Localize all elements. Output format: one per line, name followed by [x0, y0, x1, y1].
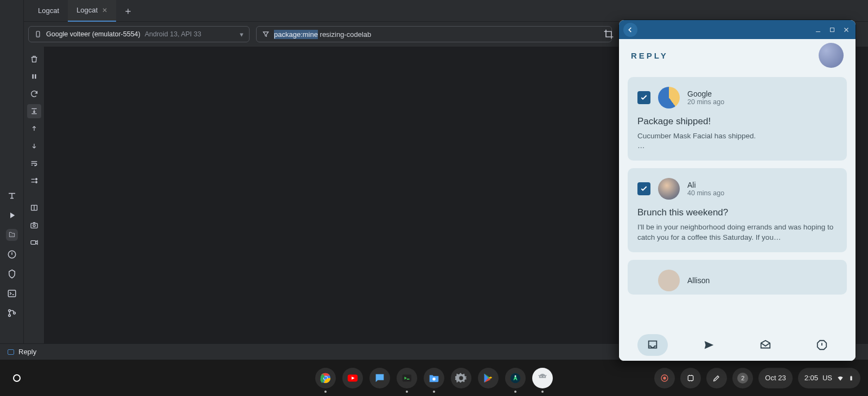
- emulator-back-button[interactable]: [623, 23, 637, 37]
- tab-label: Logcat: [76, 6, 98, 14]
- restart-log-icon[interactable]: [27, 87, 41, 101]
- svg-rect-3: [8, 290, 16, 297]
- next-occurrence-icon[interactable]: [27, 139, 41, 153]
- terminal-app-icon[interactable]: [397, 368, 417, 388]
- emulator-window: REPLY Google 20 mins ago Package shipped…: [618, 20, 856, 361]
- email-subject: Package shipped!: [637, 116, 837, 127]
- pause-log-icon[interactable]: [27, 69, 41, 84]
- keyboard-label: US: [822, 374, 832, 382]
- select-checkbox[interactable]: [637, 182, 650, 195]
- filter-rest: resizing-codelab: [318, 30, 371, 39]
- stop-recording-button[interactable]: [654, 368, 675, 388]
- problems-icon[interactable]: [6, 248, 18, 260]
- date-label: Oct 23: [765, 374, 786, 382]
- emulator-app-icon[interactable]: [532, 368, 553, 388]
- logcat-filter-input[interactable]: package:mine resizing-codelab: [256, 26, 612, 42]
- chrome-app-icon[interactable]: [315, 368, 336, 388]
- nav-inbox[interactable]: [637, 334, 668, 356]
- filter-highlight: package:mine: [274, 30, 318, 39]
- close-tab-icon[interactable]: ✕: [102, 7, 107, 14]
- settings-app-icon[interactable]: [451, 368, 471, 388]
- logcat-tool-icon[interactable]: [6, 229, 18, 241]
- tray-extension-icon[interactable]: [680, 368, 701, 388]
- svg-point-24: [540, 376, 541, 377]
- svg-point-1: [12, 235, 13, 235]
- vcs-tool-icon[interactable]: [6, 307, 18, 319]
- filter-icon: [262, 30, 270, 38]
- system-tray: 2 Oct 23 2:05 US: [654, 368, 860, 388]
- svg-rect-13: [31, 223, 37, 228]
- screenshot-crop-icon[interactable]: [603, 29, 614, 40]
- android-studio-app-icon[interactable]: [505, 368, 526, 388]
- app-quality-icon[interactable]: [6, 268, 18, 280]
- app-header: REPLY: [619, 39, 856, 72]
- svg-point-0: [10, 235, 11, 235]
- nav-sent[interactable]: [694, 334, 724, 356]
- email-subject: Brunch this weekend?: [637, 207, 837, 218]
- sender-avatar: [658, 87, 680, 108]
- split-panel-icon[interactable]: [27, 201, 41, 215]
- profile-avatar[interactable]: [819, 43, 844, 68]
- terminal-tool-icon[interactable]: [6, 288, 18, 299]
- nav-spam[interactable]: [807, 334, 837, 356]
- nav-drafts[interactable]: [750, 334, 781, 356]
- maximize-icon[interactable]: [827, 25, 837, 35]
- youtube-app-icon[interactable]: [342, 368, 363, 388]
- run-icon[interactable]: [6, 209, 18, 221]
- record-icon[interactable]: [27, 235, 41, 250]
- add-tab-button[interactable]: ＋: [120, 4, 136, 17]
- clear-log-icon[interactable]: [27, 52, 41, 66]
- status-pill[interactable]: 2:05 US: [798, 368, 860, 388]
- prev-occurrence-icon[interactable]: [27, 122, 41, 136]
- logcat-tabs: Logcat Logcat ✕ ＋: [24, 0, 868, 22]
- screenshot-icon[interactable]: [27, 218, 41, 232]
- notification-count-button[interactable]: 2: [732, 368, 753, 388]
- tab-label: Logcat: [38, 7, 59, 15]
- email-preview: I'll be in your neighborhood doing erran…: [637, 222, 837, 242]
- scroll-to-end-icon[interactable]: [27, 104, 41, 118]
- time-label: 2:05: [805, 374, 818, 382]
- close-window-icon[interactable]: [841, 25, 851, 35]
- app-title: REPLY: [631, 51, 668, 60]
- os-taskbar: 2 Oct 23 2:05 US: [0, 360, 868, 396]
- date-pill[interactable]: Oct 23: [758, 368, 792, 388]
- wifi-icon: [837, 374, 844, 382]
- emulator-titlebar[interactable]: [619, 20, 856, 39]
- svg-rect-28: [688, 375, 693, 380]
- svg-point-25: [544, 376, 545, 377]
- launcher-button[interactable]: [10, 371, 24, 385]
- svg-rect-31: [831, 28, 834, 31]
- svg-point-21: [432, 378, 436, 381]
- running-app-icon: [8, 349, 14, 355]
- soft-wrap-icon[interactable]: [27, 156, 41, 170]
- svg-point-6: [13, 312, 15, 314]
- svg-rect-20: [403, 374, 412, 381]
- email-card[interactable]: Ali 40 mins ago Brunch this weekend? I'l…: [628, 168, 847, 252]
- device-details: Android 13, API 33: [145, 30, 201, 38]
- type-tool-icon[interactable]: [6, 190, 18, 202]
- tray-pen-icon[interactable]: [706, 368, 727, 388]
- email-card[interactable]: Google 20 mins ago Package shipped! Cucu…: [628, 77, 847, 161]
- running-app-label: Reply: [18, 348, 36, 356]
- configure-log-icon[interactable]: [27, 174, 41, 188]
- minimize-icon[interactable]: [813, 25, 823, 35]
- select-checkbox[interactable]: [637, 91, 650, 104]
- email-list[interactable]: Google 20 mins ago Package shipped! Cucu…: [619, 72, 856, 329]
- files-app-icon[interactable]: [424, 368, 444, 388]
- svg-rect-9: [35, 74, 36, 79]
- sender-name: Google: [687, 90, 724, 98]
- email-card[interactable]: Allison: [628, 260, 847, 295]
- svg-rect-8: [32, 74, 33, 79]
- svg-point-4: [8, 310, 10, 312]
- sender-avatar: [658, 178, 680, 200]
- tab-logcat-2[interactable]: Logcat ✕: [68, 0, 116, 22]
- ide-left-tool-strip: [0, 0, 24, 360]
- device-selector[interactable]: Google volteer (emulator-5554) Android 1…: [28, 26, 250, 42]
- svg-point-14: [33, 225, 35, 227]
- svg-point-5: [8, 315, 10, 317]
- chevron-down-icon: ▾: [240, 30, 244, 39]
- play-store-app-icon[interactable]: [478, 368, 499, 388]
- logcat-side-toolbar: [24, 47, 44, 343]
- tab-logcat-1[interactable]: Logcat: [29, 0, 68, 22]
- messages-app-icon[interactable]: [369, 368, 390, 388]
